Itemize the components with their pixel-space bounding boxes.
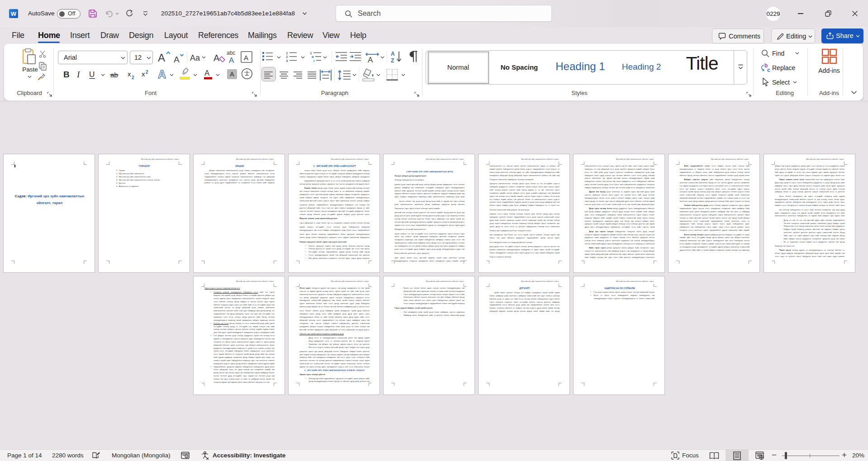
svg-text:A: A bbox=[158, 52, 165, 64]
svg-text:Z: Z bbox=[391, 57, 394, 63]
svg-text:2: 2 bbox=[132, 75, 134, 80]
svg-text:A: A bbox=[158, 68, 166, 81]
svg-text:Aa: Aa bbox=[190, 53, 200, 62]
svg-text:x: x bbox=[128, 70, 131, 78]
svg-text:2: 2 bbox=[146, 70, 148, 75]
svg-text:A: A bbox=[368, 56, 373, 63]
svg-text:A: A bbox=[204, 69, 210, 77]
svg-text:B: B bbox=[63, 70, 70, 79]
svg-text:I: I bbox=[76, 70, 81, 79]
svg-text:A: A bbox=[244, 54, 248, 62]
svg-text:i: i bbox=[313, 59, 314, 62]
svg-text:W: W bbox=[11, 10, 17, 17]
svg-text:U: U bbox=[89, 70, 95, 79]
svg-text:c: c bbox=[767, 67, 770, 73]
svg-text:abc: abc bbox=[227, 50, 235, 56]
svg-text:3: 3 bbox=[286, 59, 288, 62]
svg-text:A: A bbox=[174, 55, 180, 64]
svg-text:A: A bbox=[229, 56, 234, 64]
svg-text:x: x bbox=[142, 70, 145, 78]
svg-text:A: A bbox=[391, 51, 395, 57]
svg-text:A: A bbox=[213, 53, 220, 63]
